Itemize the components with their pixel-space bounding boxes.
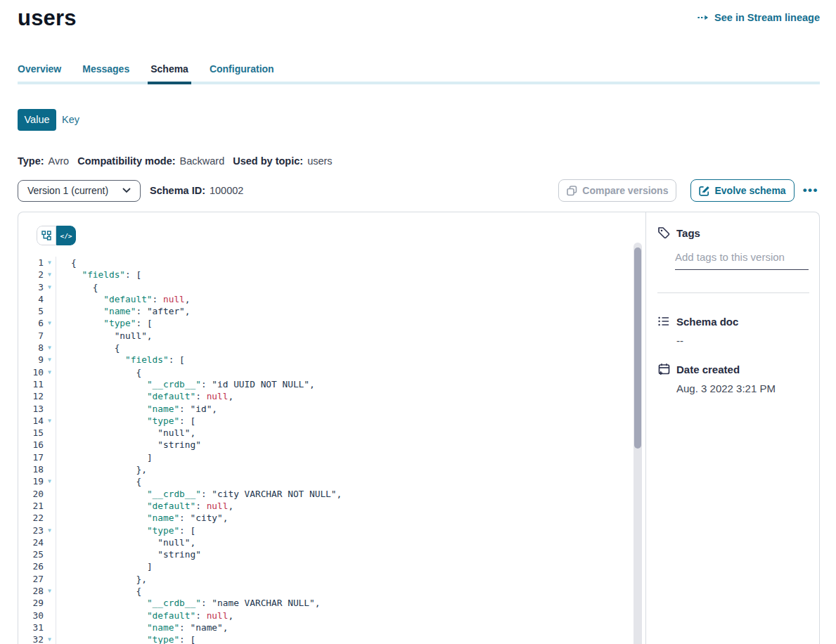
- code-text: "default": null,: [56, 500, 645, 512]
- code-text: "null",: [56, 536, 645, 548]
- fold-arrow-icon[interactable]: ▼: [44, 524, 56, 536]
- code-view-button[interactable]: </>: [56, 226, 76, 245]
- fold-arrow-icon[interactable]: ▼: [44, 354, 56, 366]
- line-number: 26: [18, 560, 44, 572]
- code-text: "name": "city",: [56, 512, 645, 524]
- schema-id-value: 100002: [210, 185, 243, 196]
- code-text: "fields": [: [56, 269, 645, 281]
- code-editor[interactable]: 1▼{2▼ "fields": [3▼ {4 "default": null,5…: [18, 257, 645, 644]
- line-number: 17: [18, 451, 44, 463]
- code-text: "default": null,: [56, 610, 645, 622]
- calendar-plus-icon: [657, 363, 670, 375]
- line-number: 4: [18, 293, 44, 305]
- type-value: Avro: [49, 155, 70, 167]
- fold-spacer: [44, 463, 56, 475]
- code-text: "__crdb__": "city VARCHAR NOT NULL",: [56, 488, 645, 500]
- version-select[interactable]: Version 1 (current): [18, 180, 141, 202]
- value-toggle-button[interactable]: Value: [18, 109, 56, 131]
- compat-label: Compatibility mode:: [77, 155, 175, 167]
- code-text: "fields": [: [56, 354, 645, 366]
- serde-toggle: Value Key: [18, 108, 820, 131]
- code-line: 5 "name": "after",: [18, 305, 645, 317]
- tab-overview[interactable]: Overview: [18, 63, 61, 75]
- fold-spacer: [44, 488, 56, 500]
- code-text: "name": "id",: [56, 403, 645, 415]
- page-title: users: [18, 6, 77, 31]
- key-toggle-button[interactable]: Key: [56, 108, 85, 131]
- line-number: 21: [18, 500, 44, 512]
- lineage-arrow-icon: [697, 11, 709, 24]
- code-line: 12 "default": null,: [18, 390, 645, 402]
- compat-value: Backward: [180, 155, 225, 167]
- code-text: },: [56, 573, 645, 585]
- code-text: "null",: [56, 330, 645, 342]
- line-number: 22: [18, 512, 44, 524]
- line-number: 5: [18, 305, 44, 317]
- compare-icon: [567, 186, 577, 196]
- code-text: {: [56, 366, 645, 378]
- fold-spacer: [44, 305, 56, 317]
- code-line: 16 "string": [18, 439, 645, 451]
- code-pane: </> 1▼{2▼ "fields": [3▼ {4 "default": nu…: [18, 212, 645, 644]
- fold-spacer: [44, 403, 56, 415]
- tags-title: Tags: [676, 227, 700, 239]
- fold-spacer: [44, 512, 56, 524]
- evolve-schema-button[interactable]: Evolve schema: [690, 179, 794, 202]
- date-created-section: Date created Aug. 3 2022 3:21 PM: [657, 363, 809, 394]
- code-line: 6▼ "type": [: [18, 317, 645, 329]
- code-text: ]: [56, 451, 645, 463]
- code-line: 24 "null",: [18, 536, 645, 548]
- line-number: 20: [18, 488, 44, 500]
- more-actions-button[interactable]: •••: [802, 181, 820, 200]
- code-text: "string": [56, 548, 645, 560]
- fold-arrow-icon[interactable]: ▼: [44, 269, 56, 281]
- fold-arrow-icon[interactable]: ▼: [44, 475, 56, 487]
- compare-versions-button[interactable]: Compare versions: [558, 179, 676, 202]
- code-line: 7 "null",: [18, 330, 645, 342]
- tree-view-button[interactable]: [37, 226, 56, 245]
- code-line: 25 "string": [18, 548, 645, 560]
- tab-schema[interactable]: Schema: [150, 63, 188, 75]
- fold-arrow-icon[interactable]: ▼: [44, 257, 56, 269]
- line-number: 11: [18, 378, 44, 390]
- line-number: 7: [18, 330, 44, 342]
- fold-arrow-icon[interactable]: ▼: [44, 366, 56, 378]
- line-number: 15: [18, 427, 44, 439]
- fold-arrow-icon[interactable]: ▼: [44, 342, 56, 354]
- fold-spacer: [44, 390, 56, 402]
- code-text: "default": null,: [56, 390, 645, 402]
- code-text: "__crdb__": "id UUID NOT NULL",: [56, 378, 645, 390]
- code-text: "__crdb__": "name VARCHAR NULL",: [56, 597, 645, 609]
- line-number: 14: [18, 415, 44, 427]
- tab-messages[interactable]: Messages: [82, 63, 129, 75]
- topic-link[interactable]: users: [307, 155, 332, 167]
- code-view-icon: </>: [60, 232, 72, 240]
- stream-lineage-link[interactable]: See in Stream lineage: [697, 11, 820, 24]
- code-scrollbar-thumb[interactable]: [634, 247, 641, 449]
- fold-spacer: [44, 597, 56, 609]
- code-line: 11 "__crdb__": "id UUID NOT NULL",: [18, 378, 645, 390]
- add-tags-input[interactable]: [675, 251, 809, 270]
- line-number: 10: [18, 366, 44, 378]
- code-line: 1▼{: [18, 257, 645, 269]
- type-label: Type:: [18, 155, 44, 167]
- code-line: 32▼ "type": [: [18, 633, 645, 644]
- schema-doc-value: --: [676, 335, 809, 347]
- fold-arrow-icon[interactable]: ▼: [44, 585, 56, 597]
- fold-arrow-icon[interactable]: ▼: [44, 633, 56, 644]
- code-line: 30 "default": null,: [18, 610, 645, 622]
- fold-arrow-icon[interactable]: ▼: [44, 415, 56, 427]
- version-bar: Version 1 (current) Schema ID: 100002 Co…: [18, 179, 820, 202]
- fold-spacer: [44, 500, 56, 512]
- code-scrollbar[interactable]: [634, 243, 642, 644]
- tab-configuration[interactable]: Configuration: [210, 63, 274, 75]
- code-line: 14▼ "type": [: [18, 415, 645, 427]
- chevron-down-icon: [122, 186, 131, 195]
- fold-spacer: [44, 610, 56, 622]
- code-line: 10▼ {: [18, 366, 645, 378]
- fold-arrow-icon[interactable]: ▼: [44, 281, 56, 293]
- schema-doc-section: Schema doc --: [657, 315, 809, 347]
- line-number: 8: [18, 342, 44, 354]
- fold-arrow-icon[interactable]: ▼: [44, 317, 56, 329]
- code-text: "type": [: [56, 524, 645, 536]
